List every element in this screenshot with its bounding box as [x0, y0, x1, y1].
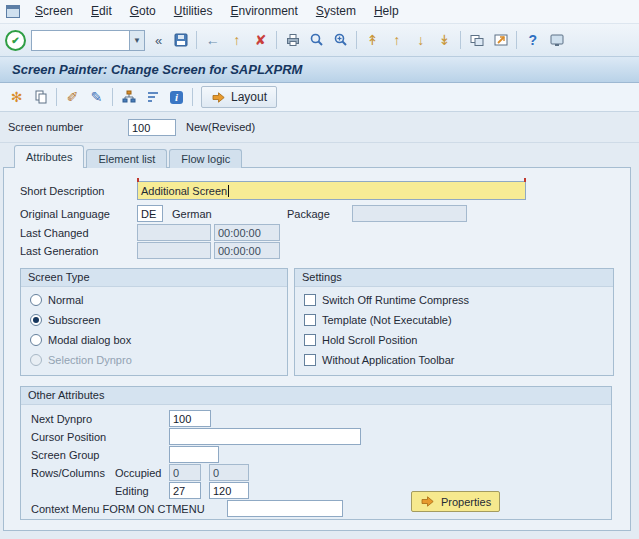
checkbox-template-not-executable[interactable]: Template (Not Executable) [304, 314, 452, 326]
other-attributes-group-title: Other Attributes [21, 387, 611, 405]
screen-number-label: Screen number [8, 121, 83, 133]
editing-columns-field[interactable] [209, 482, 249, 499]
editing-rows-field[interactable] [169, 482, 201, 499]
info-icon[interactable]: i [165, 86, 188, 108]
pencil-icon[interactable]: ✎ [85, 86, 108, 108]
brush-icon[interactable]: ✐ [61, 86, 84, 108]
checkbox-label: Without Application Toolbar [322, 354, 455, 366]
last-changed-time-field [214, 224, 280, 241]
menu-item-goto[interactable]: Goto [121, 0, 165, 23]
find-next-icon[interactable] [329, 29, 352, 51]
radio-selected-icon [30, 314, 42, 326]
checkbox-switch-off-runtime-compress[interactable]: Switch Off Runtime Compress [304, 294, 469, 306]
previous-page-icon[interactable]: ↑ [385, 29, 408, 51]
radio-modal-dialog-box[interactable]: Modal dialog box [30, 334, 131, 346]
menu-item-system[interactable]: System [307, 0, 365, 23]
short-description-value: Additional Screen [141, 185, 227, 197]
original-language-field[interactable] [137, 205, 163, 222]
menu-item-environment[interactable]: Environment [221, 0, 306, 23]
toolbar-separator [356, 31, 357, 49]
occupied-label: Occupied [115, 467, 161, 479]
short-description-field[interactable]: Additional Screen [137, 181, 526, 200]
sort-list-icon[interactable] [141, 86, 164, 108]
screen-type-group-title: Screen Type [21, 269, 287, 287]
radio-subscreen[interactable]: Subscreen [30, 314, 101, 326]
checkbox-icon [304, 334, 316, 346]
package-field[interactable] [352, 205, 467, 222]
radio-label: Selection Dynpro [48, 354, 132, 366]
help-icon[interactable]: ? [521, 29, 544, 51]
last-page-icon[interactable]: ↡ [433, 29, 456, 51]
tab-flow-logic[interactable]: Flow logic [169, 149, 242, 168]
application-toolbar: ✻ ✐ ✎ i Layout [0, 83, 639, 112]
menu-item-help[interactable]: Help [365, 0, 408, 23]
next-dynpro-field[interactable] [169, 410, 211, 427]
attributes-panel: Short Description Additional Screen Orig… [3, 167, 631, 531]
copy-icon[interactable] [29, 86, 52, 108]
find-icon[interactable] [305, 29, 328, 51]
cursor-position-field[interactable] [169, 428, 361, 445]
cancel-icon[interactable]: ✘ [249, 29, 272, 51]
language-name-text: German [172, 208, 212, 220]
checkbox-icon [304, 314, 316, 326]
menu-item-screen[interactable]: Screen [26, 0, 82, 23]
toolbar-separator [112, 88, 113, 106]
tab-strip: Attributes Element list Flow logic [14, 146, 244, 168]
radio-disabled-icon [30, 354, 42, 366]
layout-button[interactable]: Layout [201, 86, 277, 108]
original-language-label: Original Language [20, 208, 110, 220]
collapse-toolbar-button[interactable]: « [149, 33, 168, 48]
screen-type-group: Screen Type Normal Subscreen Modal dialo… [20, 268, 288, 376]
screen-group-field[interactable] [169, 446, 219, 463]
radio-icon [30, 334, 42, 346]
other-attributes-group: Other Attributes Next Dynpro Cursor Posi… [20, 386, 612, 520]
last-changed-date-field [137, 224, 211, 241]
checkbox-hold-scroll-position[interactable]: Hold Scroll Position [304, 334, 417, 346]
radio-label: Subscreen [48, 314, 101, 326]
back-icon[interactable]: ← [201, 29, 224, 51]
cursor-position-label: Cursor Position [31, 431, 106, 443]
settings-group-title: Settings [295, 269, 613, 287]
menu-item-utilities[interactable]: Utilities [165, 0, 222, 23]
wand-icon[interactable]: ✻ [5, 86, 28, 108]
menu-item-edit[interactable]: Edit [82, 0, 121, 23]
toolbar-separator [192, 88, 193, 106]
save-icon[interactable] [169, 29, 192, 51]
exit-icon[interactable]: ↑ [225, 29, 248, 51]
toolbar-separator [56, 88, 57, 106]
layout-arrow-icon [211, 91, 226, 104]
enter-button[interactable]: ✔ [4, 29, 27, 51]
hierarchy-icon[interactable] [117, 86, 140, 108]
radio-label: Modal dialog box [48, 334, 131, 346]
screen-number-row: Screen number New(Revised) [0, 112, 639, 143]
next-page-icon[interactable]: ↓ [409, 29, 432, 51]
tab-element-list[interactable]: Element list [86, 149, 167, 168]
status-text: New(Revised) [186, 121, 255, 133]
enter-check-icon: ✔ [5, 30, 26, 51]
checkbox-label: Switch Off Runtime Compress [322, 294, 469, 306]
context-menu-field[interactable] [227, 500, 343, 517]
editing-label: Editing [115, 485, 149, 497]
properties-button[interactable]: Properties [411, 491, 500, 512]
tab-attributes[interactable]: Attributes [14, 145, 84, 168]
radio-icon [30, 294, 42, 306]
screen-number-field[interactable] [128, 119, 176, 136]
toolbar-separator [276, 31, 277, 49]
radio-normal[interactable]: Normal [30, 294, 83, 306]
checkbox-label: Template (Not Executable) [322, 314, 452, 326]
system-menu-icon[interactable] [6, 5, 20, 18]
toolbar-separator [460, 31, 461, 49]
customize-layout-icon[interactable] [545, 29, 568, 51]
checkbox-without-application-toolbar[interactable]: Without Application Toolbar [304, 354, 455, 366]
print-icon[interactable] [281, 29, 304, 51]
command-field[interactable] [31, 30, 129, 51]
screen-group-label: Screen Group [31, 449, 99, 461]
shortcut-icon[interactable] [489, 29, 512, 51]
next-dynpro-label: Next Dynpro [31, 413, 92, 425]
properties-arrow-icon [420, 495, 435, 508]
command-dropdown-icon[interactable]: ▼ [129, 30, 145, 51]
last-changed-label: Last Changed [20, 227, 89, 239]
new-session-icon[interactable] [465, 29, 488, 51]
first-page-icon[interactable]: ↟ [361, 29, 384, 51]
checkbox-icon [304, 354, 316, 366]
